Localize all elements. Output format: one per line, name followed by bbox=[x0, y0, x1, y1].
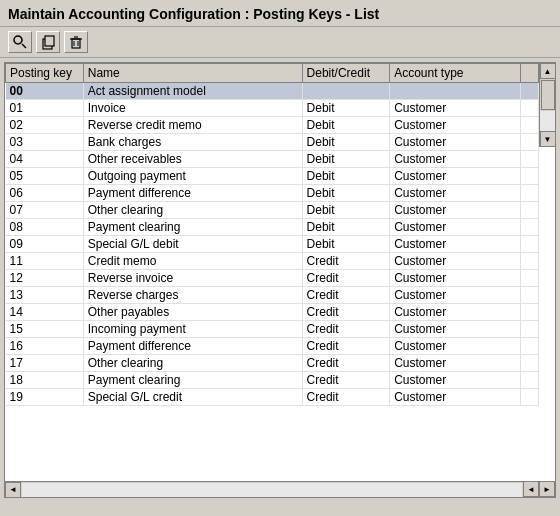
cell-name: Credit memo bbox=[83, 253, 302, 270]
toolbar-btn-3[interactable] bbox=[64, 31, 88, 53]
cell-key: 01 bbox=[6, 100, 84, 117]
table-row[interactable]: 02Reverse credit memoDebitCustomer bbox=[6, 117, 539, 134]
col-header-dc: Debit/Credit bbox=[302, 64, 390, 83]
cell-extra bbox=[521, 270, 539, 287]
cell-extra bbox=[521, 134, 539, 151]
cell-extra bbox=[521, 253, 539, 270]
cell-extra bbox=[521, 202, 539, 219]
search-icon bbox=[12, 34, 28, 50]
cell-account-type: Customer bbox=[390, 304, 521, 321]
toolbar bbox=[0, 27, 560, 58]
cell-account-type: Customer bbox=[390, 287, 521, 304]
table-row[interactable]: 17Other clearingCreditCustomer bbox=[6, 355, 539, 372]
cell-name: Reverse invoice bbox=[83, 270, 302, 287]
cell-name: Special G/L credit bbox=[83, 389, 302, 406]
svg-rect-3 bbox=[45, 36, 54, 46]
horizontal-scrollbar[interactable]: ◄ ► ◄ ► bbox=[5, 481, 555, 497]
table-row[interactable]: 15Incoming paymentCreditCustomer bbox=[6, 321, 539, 338]
table-row[interactable]: 16Payment differenceCreditCustomer bbox=[6, 338, 539, 355]
cell-debit-credit: Debit bbox=[302, 100, 390, 117]
table-row[interactable]: 12Reverse invoiceCreditCustomer bbox=[6, 270, 539, 287]
table-row[interactable]: 04Other receivablesDebitCustomer bbox=[6, 151, 539, 168]
table-row[interactable]: 01InvoiceDebitCustomer bbox=[6, 100, 539, 117]
toolbar-btn-1[interactable] bbox=[8, 31, 32, 53]
scroll-left-btn[interactable]: ◄ bbox=[5, 482, 21, 498]
col-header-acct: Account type bbox=[390, 64, 521, 83]
table-row[interactable]: 09Special G/L debitDebitCustomer bbox=[6, 236, 539, 253]
toolbar-btn-2[interactable] bbox=[36, 31, 60, 53]
cell-debit-credit: Debit bbox=[302, 185, 390, 202]
cell-name: Other clearing bbox=[83, 202, 302, 219]
cell-extra bbox=[521, 185, 539, 202]
h-scroll-track[interactable] bbox=[22, 483, 522, 497]
cell-account-type: Customer bbox=[390, 185, 521, 202]
cell-name: Payment difference bbox=[83, 185, 302, 202]
copy-icon bbox=[40, 34, 56, 50]
cell-name: Invoice bbox=[83, 100, 302, 117]
table-row[interactable]: 18Payment clearingCreditCustomer bbox=[6, 372, 539, 389]
table-row[interactable]: 07Other clearingDebitCustomer bbox=[6, 202, 539, 219]
cell-key: 12 bbox=[6, 270, 84, 287]
cell-extra bbox=[521, 338, 539, 355]
cell-name: Payment clearing bbox=[83, 372, 302, 389]
cell-account-type: Customer bbox=[390, 219, 521, 236]
cell-extra bbox=[521, 304, 539, 321]
table-row[interactable]: 19Special G/L creditCreditCustomer bbox=[6, 389, 539, 406]
scroll-track[interactable] bbox=[540, 111, 556, 131]
cell-debit-credit: Credit bbox=[302, 253, 390, 270]
scroll-right-3-btn[interactable]: ► bbox=[539, 481, 555, 497]
cell-debit-credit: Debit bbox=[302, 202, 390, 219]
cell-key: 07 bbox=[6, 202, 84, 219]
scroll-down-btn[interactable]: ▼ bbox=[540, 131, 556, 147]
scroll-right-2-btn[interactable]: ◄ bbox=[523, 481, 539, 497]
cell-name: Reverse charges bbox=[83, 287, 302, 304]
cell-name: Payment clearing bbox=[83, 219, 302, 236]
cell-name: Bank charges bbox=[83, 134, 302, 151]
cell-account-type: Customer bbox=[390, 236, 521, 253]
cell-extra bbox=[521, 372, 539, 389]
cell-debit-credit: Credit bbox=[302, 287, 390, 304]
table-row[interactable]: 14Other payablesCreditCustomer bbox=[6, 304, 539, 321]
cell-debit-credit: Debit bbox=[302, 151, 390, 168]
cell-extra bbox=[521, 100, 539, 117]
table-row[interactable]: 11Credit memoCreditCustomer bbox=[6, 253, 539, 270]
cell-account-type: Customer bbox=[390, 168, 521, 185]
cell-account-type bbox=[390, 83, 521, 100]
table-row[interactable]: 08Payment clearingDebitCustomer bbox=[6, 219, 539, 236]
cell-extra bbox=[521, 389, 539, 406]
cell-account-type: Customer bbox=[390, 270, 521, 287]
table-header-row: Posting key Name Debit/Credit Account ty… bbox=[6, 64, 539, 83]
cell-account-type: Customer bbox=[390, 134, 521, 151]
table-row[interactable]: 03Bank chargesDebitCustomer bbox=[6, 134, 539, 151]
cell-debit-credit: Credit bbox=[302, 355, 390, 372]
cell-extra bbox=[521, 151, 539, 168]
col-header-key: Posting key bbox=[6, 64, 84, 83]
cell-key: 16 bbox=[6, 338, 84, 355]
cell-key: 15 bbox=[6, 321, 84, 338]
title-bar: Maintain Accounting Configuration : Post… bbox=[0, 0, 560, 27]
table-row[interactable]: 06Payment differenceDebitCustomer bbox=[6, 185, 539, 202]
vertical-scrollbar[interactable]: ▲ ▼ bbox=[539, 63, 555, 147]
page-title: Maintain Accounting Configuration : Post… bbox=[8, 6, 379, 22]
cell-debit-credit: Credit bbox=[302, 304, 390, 321]
table-row[interactable]: 13Reverse chargesCreditCustomer bbox=[6, 287, 539, 304]
cell-extra bbox=[521, 117, 539, 134]
cell-account-type: Customer bbox=[390, 253, 521, 270]
svg-point-0 bbox=[14, 36, 22, 44]
cell-account-type: Customer bbox=[390, 372, 521, 389]
cell-debit-credit: Debit bbox=[302, 168, 390, 185]
cell-key: 13 bbox=[6, 287, 84, 304]
scroll-up-btn[interactable]: ▲ bbox=[540, 63, 556, 79]
cell-debit-credit: Credit bbox=[302, 270, 390, 287]
svg-line-1 bbox=[22, 44, 26, 48]
scroll-thumb[interactable] bbox=[541, 80, 555, 110]
cell-key: 14 bbox=[6, 304, 84, 321]
cell-key: 17 bbox=[6, 355, 84, 372]
cell-account-type: Customer bbox=[390, 100, 521, 117]
table-row[interactable]: 00Act assignment model bbox=[6, 83, 539, 100]
cell-key: 05 bbox=[6, 168, 84, 185]
table-row[interactable]: 05Outgoing paymentDebitCustomer bbox=[6, 168, 539, 185]
cell-debit-credit: Credit bbox=[302, 338, 390, 355]
cell-key: 04 bbox=[6, 151, 84, 168]
cell-key: 19 bbox=[6, 389, 84, 406]
